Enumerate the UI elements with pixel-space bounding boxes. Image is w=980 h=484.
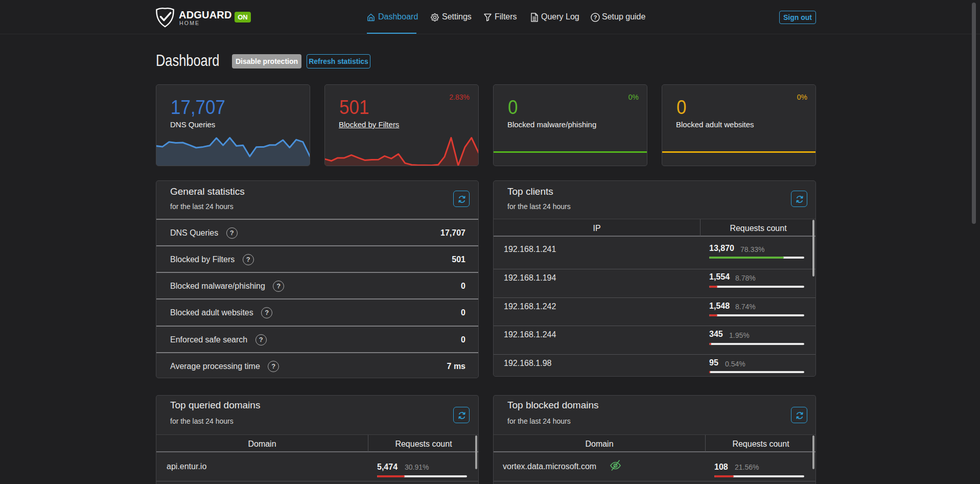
svg-text:?: ? bbox=[594, 14, 597, 20]
